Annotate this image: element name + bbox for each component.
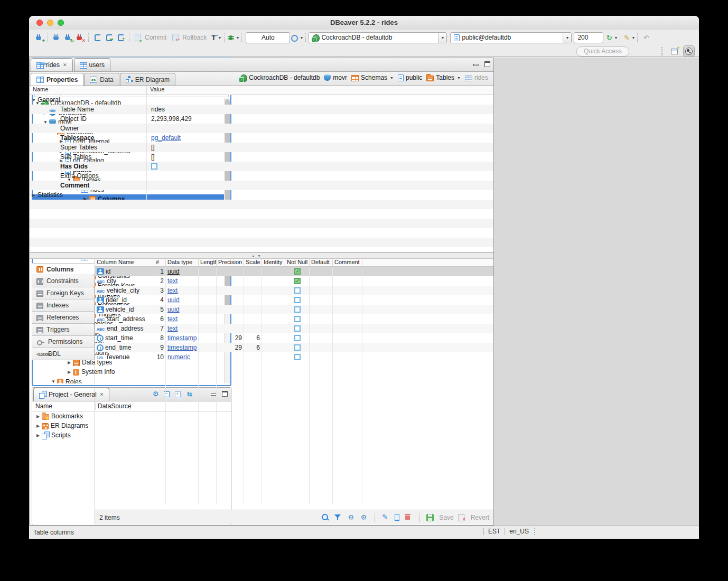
not-null-checkbox[interactable]: [294, 344, 301, 351]
column-row-revenue[interactable]: revenue 10 numeric: [95, 352, 493, 362]
header-comment[interactable]: Comment: [333, 259, 362, 266]
column-header-value[interactable]: Value: [147, 86, 493, 95]
side-tab-ddl[interactable]: DDL: [32, 348, 95, 360]
connection-combo[interactable]: CockroachDB - defaultdb ▼: [309, 32, 447, 43]
expander-icon[interactable]: ▼: [32, 98, 36, 102]
commit-mode-combo[interactable]: Auto: [246, 32, 290, 43]
property-row-sub-tables[interactable]: Sub Tables[]: [30, 152, 493, 162]
search-icon[interactable]: [321, 513, 330, 521]
property-row-extra-options[interactable]: Extra Options: [30, 171, 493, 181]
dbeaver-perspective-button[interactable]: [683, 45, 695, 57]
data-type-link[interactable]: text: [167, 287, 178, 294]
data-type-link[interactable]: uuid: [167, 268, 180, 275]
transaction-mode-button[interactable]: T▼: [210, 32, 221, 43]
maximize-view-icon[interactable]: [484, 61, 490, 67]
header-num[interactable]: #: [154, 259, 166, 266]
property-row-statistics[interactable]: ▶Statistics: [30, 190, 493, 200]
data-type-link[interactable]: text: [167, 325, 178, 332]
save-button[interactable]: Save: [439, 514, 453, 521]
header-column-name[interactable]: Column Name: [95, 259, 154, 266]
splitter-grip[interactable]: ▲▼: [251, 254, 261, 258]
timezone-indicator[interactable]: EST: [488, 528, 500, 535]
column-row-start-address[interactable]: start_address 6 text: [95, 314, 493, 324]
side-tab-indexes[interactable]: Indexes: [32, 299, 95, 312]
breadcrumb-database[interactable]: movr: [324, 74, 347, 81]
not-null-checkbox[interactable]: [294, 297, 301, 303]
column-row-end-address[interactable]: end_address 7 text: [95, 324, 493, 333]
data-type-link[interactable]: timestamp: [167, 334, 197, 342]
connection-combo-dropdown[interactable]: ▼: [438, 33, 446, 43]
schema-combo-dropdown[interactable]: ▼: [563, 33, 571, 43]
column-row-id[interactable]: id 1 uuid: [95, 267, 493, 276]
refresh-button[interactable]: ↻▼: [605, 32, 617, 43]
debug-button[interactable]: ▼: [227, 32, 239, 43]
close-icon[interactable]: ✕: [63, 62, 67, 68]
side-tab-constraints[interactable]: Constraints: [32, 275, 95, 287]
column-row-vehicle-id[interactable]: vehicle_id 5 uuid: [95, 305, 493, 314]
breadcrumb-table[interactable]: rides: [465, 74, 488, 81]
revert-icon[interactable]: [458, 514, 465, 521]
navigate-back-button[interactable]: ↶: [640, 32, 652, 43]
commit-button[interactable]: [132, 32, 144, 43]
property-row-general[interactable]: ▼General: [30, 95, 493, 105]
property-row-tablespace[interactable]: Tablespacepg_default: [30, 133, 493, 143]
property-row-object-id[interactable]: Object ID2,293,998,429: [30, 114, 493, 124]
data-type-link[interactable]: text: [167, 277, 178, 285]
data-type-link[interactable]: text: [167, 315, 178, 323]
tab-properties[interactable]: Properties: [31, 73, 83, 86]
column-header-name[interactable]: Name: [30, 86, 147, 95]
not-null-checkbox[interactable]: [294, 306, 301, 313]
connect-button[interactable]: [51, 32, 62, 43]
side-tab-columns[interactable]: Columns: [32, 263, 95, 275]
header-identity[interactable]: Identity: [262, 259, 285, 266]
filter-icon[interactable]: [334, 513, 342, 521]
property-row-table-name[interactable]: Table Namerides: [30, 105, 493, 114]
column-row-start-time[interactable]: start_time 8 timestamp 29 6: [95, 333, 493, 343]
not-null-checkbox[interactable]: [294, 354, 301, 360]
editor-tab-rides[interactable]: rides ✕: [31, 58, 73, 71]
rollback-button[interactable]: ↩: [170, 32, 181, 43]
side-tab-references[interactable]: References: [32, 312, 95, 324]
open-perspective-button[interactable]: +: [668, 45, 680, 57]
schema-combo[interactable]: public@defaultdb ▼: [450, 32, 572, 43]
column-row-city[interactable]: city 2 text: [95, 276, 493, 286]
column-row-vehicle-city[interactable]: vehicle_city 3 text: [95, 286, 493, 295]
new-connection-button[interactable]: +: [33, 32, 45, 43]
property-row-comment[interactable]: Comment: [30, 181, 493, 190]
header-scale[interactable]: Scale: [244, 259, 262, 266]
reconnect-button[interactable]: ↻: [62, 32, 74, 43]
not-null-checkbox[interactable]: [294, 287, 301, 294]
delete-icon[interactable]: [404, 513, 412, 521]
expander-icon[interactable]: ▶: [32, 193, 36, 198]
new-sql-editor-button[interactable]: +: [115, 32, 126, 43]
tab-data[interactable]: Data: [84, 73, 119, 86]
property-row-has-oids[interactable]: Has Oids: [30, 162, 493, 171]
breadcrumb-connection[interactable]: CockroachDB - defaultdb: [240, 74, 320, 81]
data-type-link[interactable]: uuid: [167, 306, 180, 313]
not-null-checkbox[interactable]: [294, 335, 301, 341]
revert-button[interactable]: Revert: [471, 514, 489, 521]
not-null-checkbox[interactable]: [294, 278, 301, 284]
side-tab-permissions[interactable]: Permissions: [32, 336, 95, 348]
breadcrumb-tables[interactable]: Tables▼: [426, 74, 461, 81]
tablespace-link[interactable]: pg_default: [151, 134, 181, 142]
quick-access-button[interactable]: Quick Access: [576, 46, 629, 57]
gear-sync-icon[interactable]: ⚙: [359, 513, 368, 521]
rows-view-icon[interactable]: [395, 514, 399, 521]
column-row-rider-id[interactable]: rider_id 4 uuid: [95, 295, 493, 305]
breadcrumb-schemas[interactable]: Schemas▼: [351, 74, 394, 81]
rename-button[interactable]: ✎▼: [623, 32, 634, 43]
side-tab-foreign-keys[interactable]: Foreign Keys: [32, 287, 95, 299]
side-tab-triggers[interactable]: Triggers: [32, 324, 95, 336]
tab-er-diagram[interactable]: ER Diagram: [120, 73, 175, 86]
edit-icon[interactable]: ✎: [382, 513, 390, 521]
transaction-log-button[interactable]: ▼: [291, 32, 303, 43]
locale-indicator[interactable]: en_US: [509, 528, 529, 535]
header-not-null[interactable]: Not Null: [285, 259, 310, 266]
header-precision[interactable]: Precision: [217, 259, 244, 266]
header-default[interactable]: Default: [310, 259, 333, 266]
has-oids-checkbox[interactable]: [151, 163, 157, 170]
disconnect-button[interactable]: ✕: [74, 32, 86, 43]
property-row-owner[interactable]: Owner: [30, 124, 493, 133]
header-length[interactable]: Length: [199, 259, 217, 266]
